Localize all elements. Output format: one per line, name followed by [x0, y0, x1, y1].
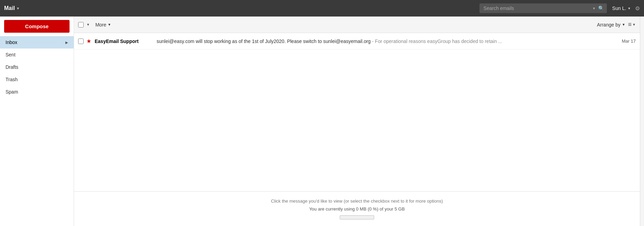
toolbar: ▼ More ▼ Arrange by ▼ ≡ ▼	[74, 17, 640, 33]
toolbar-left: ▼ More ▼	[78, 21, 114, 29]
email-checkbox[interactable]	[78, 39, 84, 44]
sidebar-item-sent[interactable]: Sent	[0, 49, 74, 61]
arrange-by-label: Arrange by	[597, 22, 620, 28]
app-chevron-icon: ▼	[16, 7, 20, 10]
email-sender: EasyEmail Support	[95, 39, 157, 44]
sidebar-item-spam-label: Spam	[6, 89, 18, 95]
main-layout: Compose Inbox ▶ Sent Drafts Trash Spam ▼…	[0, 17, 644, 226]
list-view-button[interactable]: ≡ ▼	[628, 21, 636, 28]
sidebar-item-inbox-label: Inbox	[6, 40, 17, 45]
compose-button[interactable]: Compose	[4, 20, 70, 33]
sidebar-item-drafts[interactable]: Drafts	[0, 61, 74, 73]
sidebar-item-inbox[interactable]: Inbox ▶	[0, 36, 74, 49]
search-icon[interactable]: 🔍	[598, 6, 604, 11]
star-icon[interactable]: ★	[86, 38, 91, 44]
table-row[interactable]: ★ EasyEmail Support sunlei@easy.com will…	[74, 33, 640, 50]
footer-storage: You are currently using 0 MB (0 %) of yo…	[74, 206, 640, 212]
sidebar-item-trash[interactable]: Trash	[0, 73, 74, 86]
select-all-chevron-icon[interactable]: ▼	[86, 23, 90, 26]
right-scrollbar[interactable]	[640, 17, 644, 226]
user-chevron-icon: ▼	[627, 7, 631, 10]
sidebar-item-spam[interactable]: Spam	[0, 86, 74, 98]
list-view-icon: ≡	[628, 21, 632, 28]
storage-bar	[340, 215, 374, 219]
more-button[interactable]: More ▼	[93, 21, 114, 29]
sidebar-item-trash-label: Trash	[6, 77, 18, 82]
topbar: Mail ▼ ▼ 🔍 Sun L. ▼ ⚙	[0, 0, 644, 17]
email-subject: sunlei@easy.com will stop working as of …	[157, 39, 616, 44]
search-input[interactable]	[479, 3, 607, 13]
sidebar-item-inbox-arrow-icon: ▶	[65, 41, 68, 44]
right-panel: ▼ More ▼ Arrange by ▼ ≡ ▼	[74, 17, 640, 226]
app-title[interactable]: Mail ▼	[4, 5, 20, 11]
email-preview: - For operational reasons easyGroup has …	[372, 39, 502, 44]
more-label: More	[95, 22, 106, 28]
sidebar-item-drafts-label: Drafts	[6, 64, 18, 70]
search-wrapper: ▼ 🔍	[479, 3, 607, 13]
email-list: ★ EasyEmail Support sunlei@easy.com will…	[74, 33, 640, 191]
email-footer: Click the message you'd like to view (or…	[74, 191, 640, 226]
arrange-by-button[interactable]: Arrange by ▼	[597, 22, 625, 28]
select-all-checkbox[interactable]	[78, 22, 84, 28]
sidebar: Compose Inbox ▶ Sent Drafts Trash Spam	[0, 17, 74, 226]
arrange-by-chevron-icon: ▼	[622, 23, 625, 26]
user-name-label: Sun L.	[612, 6, 626, 11]
email-date: Mar 17	[622, 39, 636, 44]
email-area: ★ EasyEmail Support sunlei@easy.com will…	[74, 33, 640, 226]
list-view-chevron-icon: ▼	[632, 23, 636, 26]
user-menu[interactable]: Sun L. ▼	[612, 6, 631, 11]
settings-button[interactable]: ⚙	[635, 5, 640, 12]
more-chevron-icon: ▼	[108, 23, 111, 26]
footer-hint: Click the message you'd like to view (or…	[74, 198, 640, 204]
app-name-label: Mail	[4, 5, 15, 11]
sidebar-item-sent-label: Sent	[6, 52, 15, 57]
search-dropdown-icon[interactable]: ▼	[592, 7, 596, 10]
email-subject-text: sunlei@easy.com will stop working as of …	[157, 39, 371, 44]
